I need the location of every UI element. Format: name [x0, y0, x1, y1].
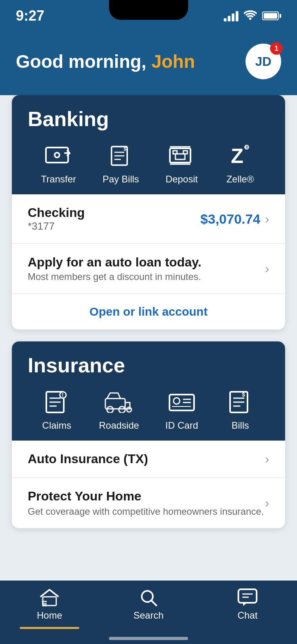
account-chevron-icon: ›	[265, 212, 269, 226]
account-number: *3177	[28, 220, 85, 232]
wifi-icon	[244, 10, 257, 23]
nav-search-label: Search	[133, 610, 164, 621]
insurance-bills-button[interactable]: $ Bills	[225, 388, 256, 431]
auto-insurance-row[interactable]: Auto Insurance (TX) ›	[12, 441, 285, 478]
open-link-account-label[interactable]: Open or link account	[89, 305, 208, 318]
id-card-button[interactable]: ID Card	[166, 388, 198, 431]
svg-point-28	[173, 398, 180, 404]
greeting: Good morning, John	[16, 51, 195, 72]
deposit-label: Deposit	[166, 174, 198, 185]
notch	[109, 0, 188, 20]
greeting-text: Good morning, John	[16, 51, 195, 72]
insurance-card: Insurance ! Claims	[12, 341, 285, 528]
svg-point-24	[107, 406, 113, 413]
svg-point-26	[127, 407, 131, 412]
home-icon	[38, 588, 61, 607]
protect-home-chevron-icon: ›	[265, 496, 269, 510]
svg-line-42	[151, 600, 157, 606]
promo-subtitle: Most members get a discount in minutes.	[28, 271, 202, 282]
auto-loan-promo-row[interactable]: Apply for an auto loan today. Most membe…	[12, 244, 285, 294]
claims-icon: !	[41, 388, 72, 416]
auto-insurance-chevron-icon: ›	[265, 452, 269, 466]
battery-icon	[262, 12, 281, 20]
roadside-label: Roadside	[99, 420, 139, 431]
nav-home-label: Home	[37, 610, 62, 621]
protect-home-title: Protect Your Home	[28, 489, 264, 504]
svg-point-41	[142, 591, 153, 602]
id-card-icon	[166, 388, 198, 416]
banking-title: Banking	[28, 107, 269, 131]
protect-home-row[interactable]: Protect Your Home Get coveraage with com…	[12, 478, 285, 528]
claims-label: Claims	[42, 420, 71, 431]
svg-point-25	[119, 406, 125, 413]
transfer-button[interactable]: Transfer	[41, 142, 76, 185]
open-link-account-row[interactable]: Open or link account	[12, 294, 285, 330]
account-balance: $3,070.74	[200, 211, 260, 227]
deposit-icon	[166, 142, 198, 170]
chat-icon	[236, 588, 259, 607]
banking-card-header: Banking Transfer	[12, 95, 285, 194]
transfer-label: Transfer	[41, 174, 76, 185]
insurance-title: Insurance	[28, 353, 269, 377]
zelle-icon: Z ®	[224, 142, 256, 170]
svg-rect-43	[238, 589, 257, 603]
roadside-button[interactable]: Roadside	[99, 388, 139, 431]
banking-card: Banking Transfer	[12, 95, 285, 330]
svg-point-2	[55, 153, 59, 157]
nav-home[interactable]: Home	[0, 588, 99, 621]
nav-chat-label: Chat	[238, 610, 258, 621]
greeting-name: John	[151, 51, 195, 72]
search-icon	[137, 588, 160, 607]
nav-search[interactable]: Search	[99, 588, 198, 621]
deposit-button[interactable]: Deposit	[166, 142, 198, 185]
home-indicator	[109, 637, 188, 640]
auto-insurance-label: Auto Insurance (TX)	[28, 452, 148, 466]
pay-bills-label: Pay Bills	[103, 174, 139, 185]
protect-home-content: Protect Your Home Get coveraage with com…	[28, 489, 264, 517]
pay-bills-button[interactable]: $ Pay Bills	[103, 142, 139, 185]
status-time: 9:27	[16, 8, 44, 24]
svg-text:Z: Z	[231, 144, 244, 167]
header-area: Good morning, John JD 1	[0, 32, 297, 95]
banking-actions: Transfer $ Pay Bills	[28, 142, 269, 185]
bottom-nav: Home Search Chat	[0, 581, 297, 644]
promo-title: Apply for an auto loan today.	[28, 255, 202, 270]
checking-account-row[interactable]: Checking *3177 $3,070.74 ›	[12, 194, 285, 244]
svg-text:$: $	[242, 391, 245, 398]
insurance-card-header: Insurance ! Claims	[12, 341, 285, 441]
claims-button[interactable]: ! Claims	[41, 388, 72, 431]
account-balance-row: $3,070.74 ›	[200, 211, 269, 227]
avatar-container[interactable]: JD 1	[246, 44, 281, 79]
notification-badge: 1	[270, 42, 283, 55]
promo-chevron-icon: ›	[265, 261, 269, 276]
roadside-icon	[103, 388, 135, 416]
insurance-bills-label: Bills	[232, 420, 249, 431]
transfer-icon	[43, 142, 74, 170]
zelle-label: Zelle®	[227, 174, 254, 185]
signal-icon	[224, 10, 238, 21]
insurance-bills-icon: $	[225, 388, 256, 416]
pay-bills-icon: $	[105, 142, 137, 170]
status-bar: 9:27	[0, 0, 297, 32]
svg-rect-11	[175, 154, 185, 159]
status-icons	[224, 10, 281, 23]
account-name: Checking	[28, 205, 85, 220]
nav-chat[interactable]: Chat	[198, 588, 297, 621]
insurance-actions: ! Claims Roadside	[28, 388, 269, 431]
promo-content: Apply for an auto loan today. Most membe…	[28, 255, 202, 282]
protect-home-subtitle: Get coveraage with competitive homeowner…	[28, 506, 264, 517]
svg-text:!: !	[62, 392, 64, 398]
account-info: Checking *3177	[28, 205, 85, 232]
id-card-label: ID Card	[166, 420, 198, 431]
svg-text:$: $	[124, 146, 126, 152]
zelle-button[interactable]: Z ® Zelle®	[224, 142, 256, 185]
svg-text:®: ®	[246, 145, 249, 150]
